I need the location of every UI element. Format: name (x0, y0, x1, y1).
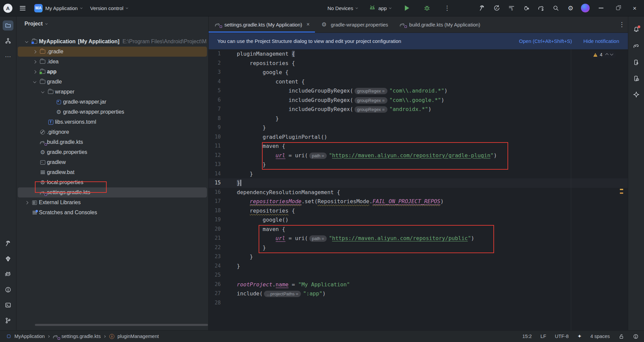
line-separator[interactable]: LF (540, 334, 546, 339)
notifications-button[interactable] (631, 25, 642, 35)
tree-item-app[interactable]: app (16, 67, 208, 77)
chevron-right-icon[interactable] (23, 202, 30, 204)
chevron-down-icon[interactable] (31, 81, 38, 83)
tree-item-gitignore[interactable]: .gitignore (16, 127, 208, 137)
breadcrumb-myapplication[interactable]: MyApplication (5, 334, 45, 339)
tree-item-gradle-wrapper-jar[interactable]: gradle-wrapper.jar (16, 97, 208, 107)
line-number[interactable]: 9 (209, 123, 228, 132)
chevron-down-icon[interactable] (23, 41, 30, 43)
search-everywhere-button[interactable] (550, 3, 561, 13)
scrollbar-warning-mark[interactable] (620, 192, 623, 194)
line-number[interactable]: 2 (209, 59, 228, 68)
prev-issue-icon[interactable] (605, 53, 609, 56)
code-line-19[interactable]: 19 google() (209, 215, 628, 225)
run-configuration[interactable]: app (368, 3, 392, 13)
code-line-18[interactable]: 18 repositories { (209, 206, 628, 216)
code-editor[interactable]: 1pluginManagement {2 repositories {3 goo… (209, 49, 628, 330)
version-control-tool-button[interactable] (3, 316, 13, 326)
banner-hide-link[interactable]: Hide notification (583, 38, 619, 44)
code-line-15[interactable]: 15} (209, 178, 628, 188)
line-number[interactable]: 20 (209, 225, 228, 234)
line-number[interactable]: 25 (209, 271, 228, 280)
code-line-27[interactable]: 27include(...projectPaths =":app") (209, 289, 628, 298)
line-number[interactable]: 23 (209, 252, 228, 262)
tree-item-settings-gradle-kts[interactable]: settings.gradle.kts (16, 187, 208, 197)
tree-item-local-properties[interactable]: ⚙local.properties (16, 177, 208, 187)
code-line-8[interactable]: 8 } (209, 114, 628, 123)
code-line-25[interactable]: 25 (209, 271, 628, 280)
line-number[interactable]: 4 (209, 77, 228, 87)
tree-item-build-gradle-kts[interactable]: build.gradle.kts (16, 137, 208, 147)
line-number[interactable]: 6 (209, 96, 228, 105)
code-line-12[interactable]: 12 url = uri(path ="https://maven.aliyun… (209, 151, 628, 160)
terminal-tool-button[interactable] (3, 300, 13, 310)
code-line-13[interactable]: 13 } (209, 160, 628, 169)
code-line-9[interactable]: 9 } (209, 123, 628, 132)
indent-setting[interactable]: 4 spaces (590, 334, 610, 339)
running-devices-button[interactable] (631, 73, 642, 83)
tree-item-libs-versions-toml[interactable]: Tlibs.versions.toml (16, 117, 208, 127)
inspections-widget[interactable]: 4 (590, 51, 616, 58)
tree-item-gradle-properties[interactable]: ⚙gradle.properties (16, 147, 208, 157)
code-line-2[interactable]: 2 repositories { (209, 59, 628, 68)
chevron-right-icon[interactable] (31, 51, 38, 53)
line-number[interactable]: 15 (209, 178, 228, 188)
line-number[interactable]: 16 (209, 188, 228, 197)
code-line-5[interactable]: 5 includeGroupByRegex(groupRegex ="com\\… (209, 86, 628, 96)
code-line-3[interactable]: 3 google { (209, 68, 628, 77)
vcs-widget[interactable]: Version control (89, 3, 129, 13)
tree-item-gradlew[interactable]: >_gradlew (16, 157, 208, 167)
line-number[interactable]: 11 (209, 141, 228, 151)
line-number[interactable]: 3 (209, 68, 228, 77)
line-number[interactable]: 24 (209, 262, 228, 271)
code-line-22[interactable]: 22 } (209, 243, 628, 252)
window-close-button[interactable]: × (628, 2, 641, 14)
window-minimize-button[interactable] (594, 2, 608, 14)
structure-tool-button[interactable] (3, 36, 13, 46)
code-line-28[interactable]: 28 (209, 298, 628, 308)
tab-settings-gradle-kts-my-application[interactable]: settings.gradle.kts (My Application)× (209, 16, 315, 33)
tab-list-button[interactable]: ⋮ (616, 19, 628, 30)
project-tool-button[interactable] (3, 20, 13, 31)
tree-item-external-libraries[interactable]: External Libraries (16, 197, 208, 208)
line-number[interactable]: 5 (209, 86, 228, 96)
code-line-26[interactable]: 26rootProject.name = "My Application" (209, 280, 628, 289)
tab-build-gradle-kts-my-application[interactable]: build.gradle.kts (My Application) (393, 16, 486, 33)
line-number[interactable]: 12 (209, 151, 228, 160)
close-icon[interactable]: × (307, 21, 310, 27)
breadcrumb-pluginmanagement[interactable]: λpluginManagement (108, 334, 159, 339)
line-number[interactable]: 8 (209, 114, 228, 123)
tree-item-gradle-wrapper-properties[interactable]: ⚙gradle-wrapper.properties (16, 107, 208, 117)
window-restore-button[interactable] (611, 2, 625, 14)
unlock-icon[interactable] (619, 334, 624, 339)
chevron-down-icon[interactable] (39, 91, 46, 93)
code-line-23[interactable]: 23 } (209, 252, 628, 262)
horizontal-scrollbar[interactable] (35, 324, 208, 326)
line-number[interactable]: 17 (209, 197, 228, 206)
line-number[interactable]: 19 (209, 215, 228, 225)
device-selector[interactable]: No Devices (326, 3, 359, 13)
tree-item-gradle[interactable]: gradle (16, 77, 208, 87)
code-line-1[interactable]: 1pluginManagement { (209, 49, 628, 59)
user-avatar[interactable] (580, 3, 591, 13)
circle-exclamation-icon[interactable] (633, 334, 639, 339)
gemini-button[interactable] (631, 90, 642, 100)
device-manager-button[interactable] (631, 57, 642, 67)
tree-item-idea[interactable]: .idea (16, 57, 208, 67)
build-tool-button[interactable] (3, 238, 13, 248)
tree-item-gradlew-bat[interactable]: gradlew.bat (16, 167, 208, 177)
four-point-star-icon[interactable]: ✦ (577, 333, 582, 339)
todo-list-button[interactable]: 5 (506, 3, 517, 13)
gradle-tool-button[interactable] (631, 41, 642, 51)
line-number[interactable]: 13 (209, 160, 228, 169)
line-number[interactable]: 28 (209, 298, 228, 308)
breadcrumb-settings-gradle-kts[interactable]: settings.gradle.kts (52, 334, 101, 339)
code-line-20[interactable]: 20 maven { (209, 225, 628, 234)
line-number[interactable]: 10 (209, 132, 228, 142)
build-button[interactable] (476, 3, 488, 13)
line-number[interactable]: 7 (209, 105, 228, 114)
code-line-17[interactable]: 17 repositoriesMode.set(RepositoriesMode… (209, 197, 628, 206)
code-line-11[interactable]: 11 maven { (209, 141, 628, 151)
run-button[interactable] (401, 3, 413, 13)
chevron-right-icon[interactable] (31, 61, 38, 63)
